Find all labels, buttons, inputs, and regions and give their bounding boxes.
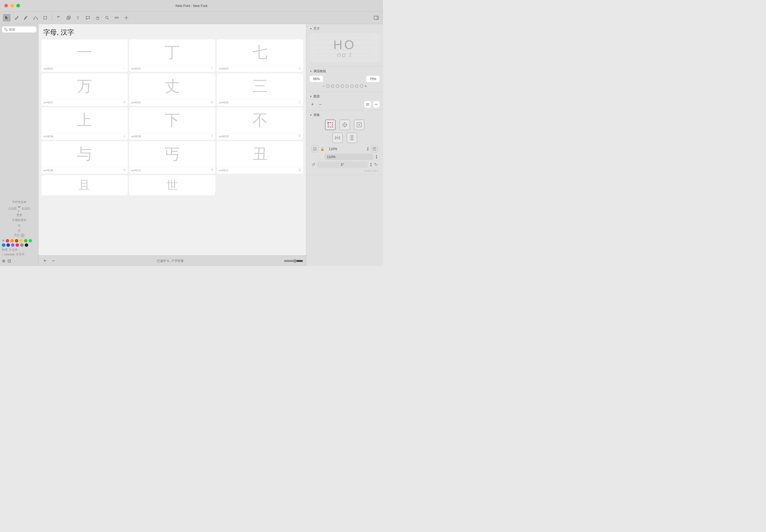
glyph-cell-4E16[interactable]: 世 bbox=[129, 175, 216, 195]
layers-icon[interactable]: ⊟ bbox=[7, 258, 11, 264]
add-circle-icon[interactable]: ⊕ bbox=[2, 258, 6, 264]
undo-tool[interactable] bbox=[55, 14, 63, 22]
curve-left-value[interactable]: 56% bbox=[310, 76, 323, 82]
color-dark-blue[interactable] bbox=[6, 243, 10, 247]
remove-layer-button[interactable]: − bbox=[317, 101, 323, 107]
svg-marker-0 bbox=[5, 16, 8, 20]
sidebar-toggle[interactable] bbox=[372, 14, 380, 22]
glyph-char-4E0B: 下 bbox=[129, 107, 216, 133]
measure-tool[interactable] bbox=[113, 14, 121, 22]
pen-tool[interactable] bbox=[13, 14, 20, 22]
preview-text-ho: HO bbox=[310, 38, 380, 52]
window-controls[interactable] bbox=[4, 4, 20, 7]
add-glyph-button[interactable]: + bbox=[41, 258, 48, 264]
layers-more-icon[interactable] bbox=[373, 101, 380, 108]
transform-bounds-icon[interactable] bbox=[325, 120, 336, 130]
remove-glyph-button[interactable]: − bbox=[50, 258, 57, 264]
color-gray[interactable] bbox=[20, 243, 24, 247]
height-decrease[interactable]: ▼ bbox=[375, 157, 378, 159]
curve-dot-6[interactable] bbox=[350, 84, 354, 88]
speech-tool[interactable] bbox=[84, 14, 92, 22]
glyph-cell-4E07[interactable]: 万 uni4E07 万 bbox=[41, 73, 128, 106]
close-button[interactable] bbox=[4, 4, 8, 7]
curve-dot-4[interactable] bbox=[341, 84, 344, 88]
rotate-left-button[interactable]: ↺ bbox=[312, 162, 315, 167]
glyph-cell-4E10[interactable]: 丐 uni4E10 丐 bbox=[129, 141, 216, 174]
color-brown[interactable] bbox=[15, 239, 18, 242]
glyph-cell-4E01[interactable]: 丁 uni4E01 丁 bbox=[129, 39, 216, 72]
glyph-cell-4E0E[interactable]: 与 uni4E0E 与 bbox=[41, 141, 128, 174]
svg-point-26 bbox=[375, 104, 376, 105]
height-stepper[interactable]: ▲ ▼ bbox=[375, 154, 378, 159]
glyph-cell-4E0B[interactable]: 下 uni4E0B 下 bbox=[129, 107, 216, 140]
transform-flip-h-icon[interactable] bbox=[332, 133, 343, 143]
maximize-button[interactable] bbox=[16, 4, 20, 7]
curve-minus-button[interactable]: − bbox=[322, 84, 325, 88]
color-purple[interactable] bbox=[11, 243, 14, 247]
hand-tool[interactable] bbox=[94, 14, 101, 22]
export-transform-icon[interactable] bbox=[371, 146, 378, 152]
svg-point-35 bbox=[328, 127, 329, 127]
glyph-cell-4E09[interactable]: 三 uni4E09 三 bbox=[217, 73, 303, 106]
color-red[interactable] bbox=[6, 239, 9, 242]
x-button[interactable]: ✕ bbox=[2, 239, 5, 242]
glyph-cell-4E0D[interactable]: 不 uni4E0D 不 bbox=[217, 107, 303, 140]
color-blue[interactable] bbox=[2, 243, 5, 247]
color-pink[interactable] bbox=[16, 243, 19, 247]
rotate-decrease[interactable]: ▼ bbox=[370, 165, 372, 167]
transform-center-icon[interactable] bbox=[354, 120, 364, 130]
transform-flip-v-icon[interactable] bbox=[347, 133, 357, 143]
width-stepper[interactable]: ▲ ▼ bbox=[367, 146, 369, 151]
search-input[interactable] bbox=[9, 28, 34, 31]
export-row: 导出 □ bbox=[2, 233, 36, 237]
text-tool[interactable]: T bbox=[74, 14, 82, 22]
search-box[interactable]: 🔍 bbox=[2, 26, 36, 32]
glyph-cell-4E14[interactable]: 且 bbox=[41, 175, 128, 195]
transform-tool[interactable] bbox=[122, 14, 130, 22]
curve-dot-3[interactable] bbox=[336, 84, 339, 88]
color-yellow[interactable] bbox=[19, 239, 23, 242]
curve-dot-1[interactable] bbox=[326, 84, 330, 88]
rotate-value[interactable]: 5° bbox=[317, 161, 368, 168]
curve-dot-5[interactable] bbox=[345, 84, 349, 88]
pencil-tool[interactable] bbox=[22, 14, 30, 22]
dimensions-header[interactable]: ▼ 尺寸 bbox=[310, 26, 380, 31]
zoom-tool[interactable] bbox=[103, 14, 111, 22]
color-black[interactable] bbox=[25, 243, 28, 247]
width-decrease[interactable]: ▼ bbox=[367, 149, 369, 151]
glyph-cell-4E03[interactable]: 七 uni4E03 七 bbox=[217, 39, 303, 72]
transform-crosshair-icon[interactable] bbox=[339, 120, 350, 130]
color-light-green[interactable] bbox=[29, 239, 32, 242]
curve-plus-button[interactable]: + bbox=[365, 84, 367, 88]
color-orange[interactable] bbox=[10, 239, 14, 242]
curve-dot-2[interactable] bbox=[331, 84, 334, 88]
transform-width-value[interactable]: 110% bbox=[326, 146, 365, 152]
select-tool[interactable] bbox=[3, 14, 11, 22]
glyph-char-4E11: 丑 bbox=[217, 141, 303, 167]
import-icon[interactable] bbox=[312, 146, 318, 152]
rect-tool[interactable] bbox=[41, 14, 49, 22]
layers-header[interactable]: ▼ 图层 bbox=[310, 94, 380, 99]
minimize-button[interactable] bbox=[10, 4, 14, 7]
glyph-cell-4E11[interactable]: 丑 uni4E11 丑 bbox=[217, 141, 303, 174]
zoom-slider[interactable] bbox=[284, 259, 303, 263]
curve-dot-7[interactable] bbox=[355, 84, 358, 88]
layers-list-icon[interactable] bbox=[364, 101, 371, 108]
transform-height-value[interactable]: 110% bbox=[325, 154, 373, 160]
color-green[interactable] bbox=[24, 239, 27, 242]
toolbar-separator bbox=[52, 15, 52, 21]
duplicate-tool[interactable] bbox=[65, 14, 72, 22]
glyph-cell-4E00[interactable]: 一 uni4E00 一 bbox=[41, 39, 128, 72]
bezier-tool[interactable] bbox=[32, 14, 39, 22]
adaptive-curve-header[interactable]: ▼ 调适曲线 bbox=[310, 69, 380, 73]
rotate-stepper[interactable]: ▲ ▼ bbox=[370, 162, 372, 167]
curve-dot-8[interactable] bbox=[360, 84, 363, 88]
glyph-cell-4E08[interactable]: 丈 uni4E08 丈 bbox=[129, 73, 216, 106]
transform-header[interactable]: ▼ 变换 bbox=[310, 113, 380, 117]
glyph-cell-4E0A[interactable]: 上 uni4E0A 上 bbox=[41, 107, 128, 140]
lock-icon[interactable]: 🔒 bbox=[320, 147, 324, 151]
curve-right-value[interactable]: 75% bbox=[366, 76, 380, 82]
transform-section: ▼ 变换 bbox=[306, 110, 383, 175]
rotate-right-button[interactable]: ↻ bbox=[374, 162, 378, 167]
add-layer-button[interactable]: + bbox=[310, 101, 315, 107]
